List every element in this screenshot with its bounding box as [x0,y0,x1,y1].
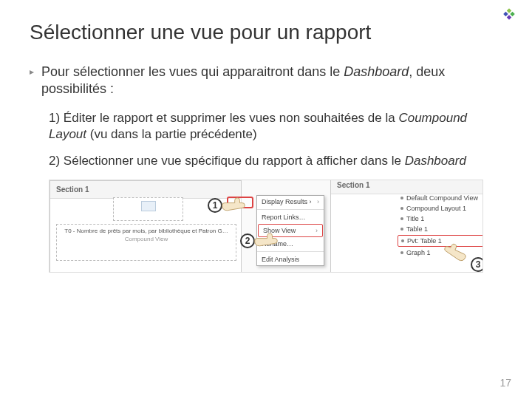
keyword: Dashboard [405,154,466,168]
menu-item-edit-analysis[interactable]: Edit Analysis [257,253,324,265]
text: 2) Sélectionner une vue spécifique du ra… [49,154,405,168]
svg-rect-2 [503,12,508,16]
page-title: Sélectionner une vue pour un rapport [0,0,532,52]
logo-icon [501,6,517,22]
list-item[interactable]: Compound Layout 1 [398,203,483,214]
context-menu: Display Results › Report Links… Show Vie… [256,195,324,266]
main-bullet-text: Pour sélectionner les vues qui apparaitr… [41,64,502,97]
text: (vu dans la partie précédente) [86,127,257,141]
section-label: Section 1 [50,181,241,199]
text: Pour sélectionner les vues qui apparaitr… [41,64,344,79]
panel-left: Section 1 T0 - Nombre de prêts par mois,… [50,180,242,273]
list-item-highlighted[interactable]: Pvt: Table 1 [398,235,483,247]
main-bullet: ▸ Pour sélectionner les vues qui apparai… [30,64,502,97]
screenshot-figure: Section 1 T0 - Nombre de prêts par mois,… [49,180,483,273]
section-label: Section 1 [331,180,483,194]
keyword: Dashboard [344,64,409,79]
view-list: Default Compound View Compound Layout 1 … [398,193,483,258]
pointing-hand-icon [253,232,279,250]
page-number: 17 [499,377,511,389]
svg-rect-0 [507,8,511,13]
widget-title: T0 - Nombre de prêts par mois, par bibli… [57,228,236,235]
list-item[interactable]: Table 1 [398,224,483,234]
subpoint-1: 1) Éditer le rapport et supprimer les vu… [49,110,502,143]
list-item[interactable]: Default Compound View [398,193,483,203]
svg-rect-1 [510,12,514,16]
widget-subtitle: Compound View [57,236,236,243]
widget-compound: T0 - Nombre de prêts par mois, par bibli… [56,224,236,261]
callout-3: 3 [471,257,483,272]
pointing-hand-icon [221,197,246,214]
menu-item-display[interactable]: Display Results › [257,196,324,208]
text: 1) Éditer le rapport et supprimer les vu… [49,111,398,125]
content-body: ▸ Pour sélectionner les vues qui apparai… [0,52,532,273]
subpoint-2: 2) Sélectionner une vue spécifique du ra… [49,153,502,169]
widget-small [113,197,183,221]
callout-2: 2 [240,233,255,248]
menu-item-report-links[interactable]: Report Links… [257,211,324,223]
bullet-marker-icon: ▸ [30,64,34,97]
svg-rect-3 [507,15,511,19]
list-item[interactable]: Title 1 [398,214,483,224]
